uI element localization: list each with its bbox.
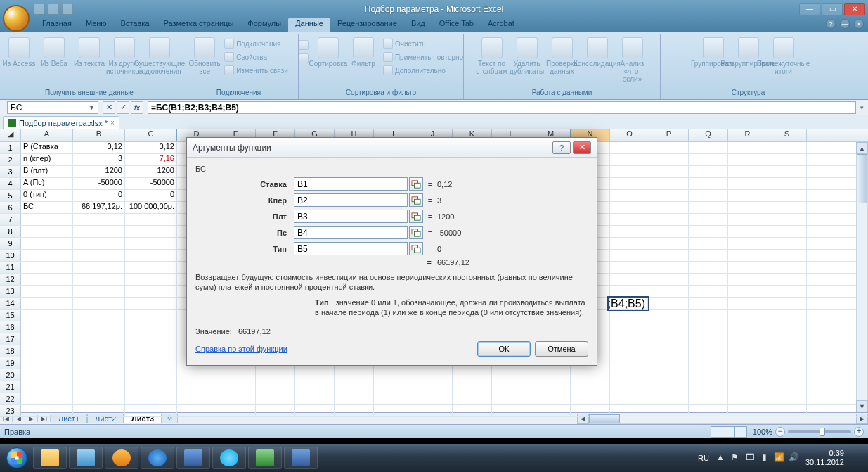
cell-S21[interactable] — [767, 381, 807, 393]
ribbon-filt-2[interactable]: Дополнительно — [382, 64, 465, 77]
qat-save-icon[interactable] — [34, 4, 45, 15]
cell-R16[interactable] — [728, 321, 767, 333]
ribbon-filt-1[interactable]: Применить повторно — [382, 51, 465, 63]
cell-N21[interactable] — [571, 381, 610, 393]
row-header-5[interactable]: 5 — [0, 190, 21, 201]
ribbon-refresh-all[interactable]: Обновить все — [188, 36, 221, 75]
cell-A9[interactable] — [21, 238, 73, 249]
cell-B2[interactable]: 3 — [73, 154, 125, 165]
cell-H22[interactable] — [335, 393, 374, 404]
tray-monitor-icon[interactable]: 🗔 — [744, 452, 756, 464]
cell-H23[interactable] — [335, 405, 374, 416]
cell-Q7[interactable] — [689, 214, 728, 225]
cell-P7[interactable] — [649, 214, 689, 225]
row-header-1[interactable]: 1 — [0, 142, 21, 153]
row-header-7[interactable]: 7 — [0, 214, 21, 225]
cell-S20[interactable] — [767, 369, 807, 381]
cell-S16[interactable] — [767, 321, 807, 333]
cell-B5[interactable]: 0 — [73, 190, 125, 201]
cell-S5[interactable] — [767, 190, 807, 201]
cell-P8[interactable] — [649, 226, 689, 237]
ribbon-tab-данные[interactable]: Данные — [288, 18, 330, 32]
cell-A11[interactable] — [21, 262, 73, 273]
cell-M22[interactable] — [531, 393, 571, 404]
cell-C4[interactable]: -50000 — [125, 178, 177, 189]
cell-H20[interactable] — [335, 369, 374, 381]
cell-A16[interactable] — [21, 321, 73, 333]
cell-A13[interactable] — [21, 286, 73, 297]
cell-C11[interactable] — [125, 262, 177, 273]
cell-M23[interactable] — [531, 405, 571, 416]
ribbon-conn-0[interactable]: Подключения — [223, 37, 290, 50]
cell-N22[interactable] — [571, 393, 610, 404]
cell-A1[interactable]: P (Ставка — [21, 142, 73, 153]
cell-R17[interactable] — [728, 333, 767, 345]
cell-S17[interactable] — [767, 333, 807, 345]
dialog-ok-button[interactable]: ОК — [477, 341, 531, 357]
cell-S10[interactable] — [767, 250, 807, 261]
view-pagebreak-button[interactable] — [734, 426, 747, 438]
arg-refedit-2[interactable] — [409, 210, 423, 223]
qat-undo-icon[interactable] — [48, 4, 59, 15]
cell-B9[interactable] — [73, 238, 125, 249]
cell-F21[interactable] — [256, 381, 295, 393]
cell-B10[interactable] — [73, 250, 125, 261]
cell-Q19[interactable] — [689, 357, 728, 369]
cell-A15[interactable] — [21, 310, 73, 321]
cell-O6[interactable] — [610, 202, 649, 213]
cell-R18[interactable] — [728, 345, 767, 357]
cell-R8[interactable] — [728, 226, 767, 237]
cell-C13[interactable] — [125, 286, 177, 297]
cell-I23[interactable] — [374, 405, 413, 416]
cell-E22[interactable] — [216, 393, 256, 404]
ribbon-tab-рецензирование[interactable]: Рецензирование — [330, 18, 404, 32]
ribbon-tab-acrobat[interactable]: Acrobat — [481, 18, 522, 32]
tray-shield-icon[interactable]: ⚑ — [730, 452, 741, 464]
cell-S22[interactable] — [767, 393, 807, 404]
dialog-cancel-button[interactable]: Отмена — [535, 341, 588, 357]
ribbon-getdata-1[interactable]: Из Веба — [37, 36, 71, 68]
cell-Q1[interactable] — [689, 142, 728, 153]
cell-P12[interactable] — [649, 274, 689, 285]
row-header-14[interactable]: 14 — [0, 298, 21, 309]
column-header-R[interactable]: R — [728, 129, 767, 141]
taskbar-excel-button[interactable] — [248, 447, 282, 469]
ribbon-close-icon[interactable]: × — [854, 19, 864, 29]
cell-K23[interactable] — [453, 405, 492, 416]
cell-J23[interactable] — [413, 405, 453, 416]
ribbon-sort-az[interactable] — [297, 39, 310, 51]
cell-O21[interactable] — [610, 381, 649, 393]
cell-O9[interactable] — [610, 238, 649, 249]
cell-S14[interactable] — [767, 298, 807, 309]
cell-P5[interactable] — [649, 190, 689, 201]
cell-Q22[interactable] — [689, 393, 728, 404]
ribbon-tab-главная[interactable]: Главная — [35, 18, 79, 32]
arg-input-1[interactable] — [294, 193, 408, 207]
cell-B22[interactable] — [73, 393, 125, 404]
cell-R14[interactable] — [728, 298, 767, 309]
row-header-9[interactable]: 9 — [0, 238, 21, 249]
cell-A2[interactable]: n (кпер) — [21, 154, 73, 165]
cell-B23[interactable] — [73, 405, 125, 416]
row-header-18[interactable]: 18 — [0, 345, 21, 357]
hscroll-track[interactable] — [589, 414, 856, 424]
row-header-3[interactable]: 3 — [0, 166, 21, 177]
qat-redo-icon[interactable] — [62, 4, 73, 15]
cell-C14[interactable] — [125, 298, 177, 309]
cell-n14-editing[interactable]: ;B4;B5) — [609, 298, 648, 310]
ribbon-tab-формулы[interactable]: Формулы — [240, 18, 288, 32]
cell-R9[interactable] — [728, 238, 767, 249]
cell-R21[interactable] — [728, 381, 767, 393]
cell-S13[interactable] — [767, 286, 807, 297]
zoom-out-button[interactable]: − — [775, 427, 785, 437]
arg-input-2[interactable] — [294, 210, 408, 223]
cell-B3[interactable]: 1200 — [73, 166, 125, 177]
cell-B18[interactable] — [73, 345, 125, 357]
cell-C21[interactable] — [125, 381, 177, 393]
cell-B8[interactable] — [73, 226, 125, 237]
cell-P17[interactable] — [649, 333, 689, 345]
cell-C20[interactable] — [125, 369, 177, 381]
cell-H21[interactable] — [335, 381, 374, 393]
cell-D20[interactable] — [177, 369, 216, 381]
taskbar-skype-button[interactable] — [212, 447, 246, 469]
